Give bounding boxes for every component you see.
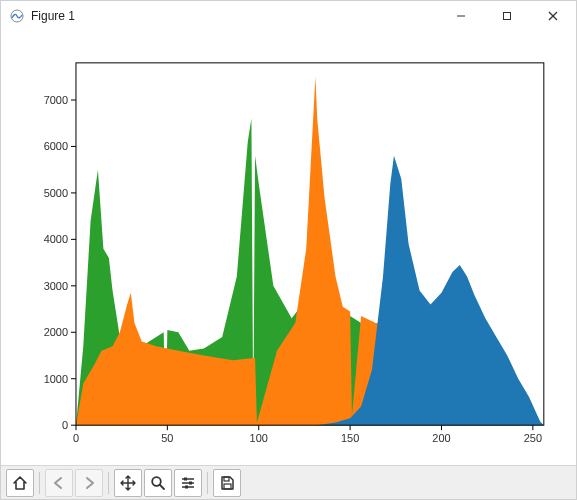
toolbar-separator <box>39 472 40 494</box>
svg-text:200: 200 <box>432 432 450 444</box>
svg-text:0: 0 <box>62 419 68 431</box>
window-title: Figure 1 <box>31 9 75 23</box>
toolbar-separator <box>108 472 109 494</box>
svg-text:250: 250 <box>524 432 542 444</box>
histogram-chart: 0501001502002500100020003000400050006000… <box>1 31 576 465</box>
svg-text:7000: 7000 <box>44 94 68 106</box>
svg-text:2000: 2000 <box>44 326 68 338</box>
svg-text:5000: 5000 <box>44 187 68 199</box>
svg-text:6000: 6000 <box>44 140 68 152</box>
pan-button[interactable] <box>114 469 142 497</box>
titlebar: Figure 1 <box>1 1 576 32</box>
zoom-button[interactable] <box>144 469 172 497</box>
home-button[interactable] <box>6 469 34 497</box>
app-icon <box>9 8 25 24</box>
svg-text:150: 150 <box>341 432 359 444</box>
save-button[interactable] <box>213 469 241 497</box>
svg-text:100: 100 <box>250 432 268 444</box>
navigation-toolbar <box>1 465 576 499</box>
figure-window: Figure 1 0501001502002500100020003000400… <box>0 0 577 500</box>
svg-rect-40 <box>189 481 192 484</box>
svg-rect-2 <box>504 13 511 20</box>
svg-rect-39 <box>184 477 187 480</box>
toolbar-separator <box>207 472 208 494</box>
plot-area: 0501001502002500100020003000400050006000… <box>1 31 576 465</box>
svg-text:50: 50 <box>161 432 173 444</box>
svg-text:3000: 3000 <box>44 280 68 292</box>
configure-subplots-button[interactable] <box>174 469 202 497</box>
maximize-button[interactable] <box>484 1 530 31</box>
back-button[interactable] <box>45 469 73 497</box>
forward-button[interactable] <box>75 469 103 497</box>
svg-text:0: 0 <box>73 432 79 444</box>
svg-text:4000: 4000 <box>44 233 68 245</box>
svg-text:1000: 1000 <box>44 373 68 385</box>
minimize-button[interactable] <box>438 1 484 31</box>
svg-rect-41 <box>185 485 188 488</box>
close-button[interactable] <box>530 1 576 31</box>
svg-line-35 <box>160 485 164 489</box>
